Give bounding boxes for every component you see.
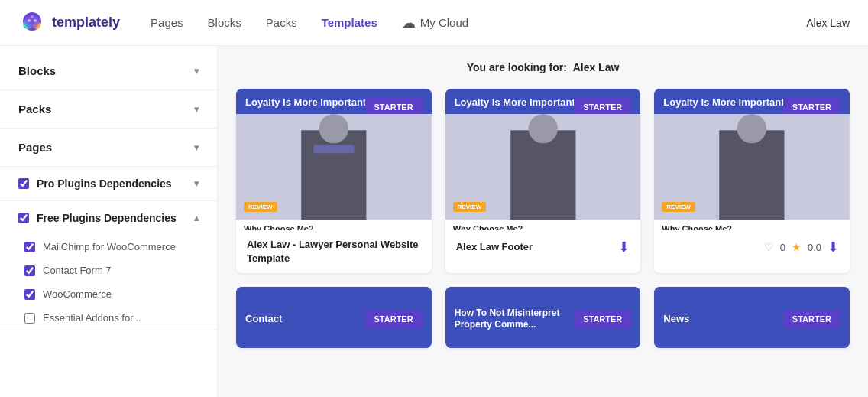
bottom-starter-badge-1: STARTER [365,310,423,328]
sidebar-section-packs: Packs ▾ [0,90,217,129]
woocommerce-checkbox[interactable] [24,289,35,300]
card-preview-3[interactable]: Loyalty Is More Important To Client STAR… [654,89,850,230]
preview-image-1: REVIEW [236,114,432,220]
card-preview-4[interactable]: Contact STARTER [236,287,432,348]
orange-badge-2: REVIEW [453,202,487,212]
sidebar-section-blocks: Blocks ▾ [0,52,217,90]
pro-deps-label: Pro Plugins Dependencies [37,177,172,190]
cf7-label: Contact Form 7 [43,265,112,276]
nav-mycloud-label[interactable]: My Cloud [420,16,468,29]
card-preview-1[interactable]: Loyalty Is More Important To Client STAR… [236,89,432,230]
download-button-2[interactable]: ⬇ [618,239,630,255]
card-preview-2[interactable]: Loyalty Is More Important To Client STAR… [445,89,641,230]
nav-my-cloud[interactable]: ☁ My Cloud [402,15,468,31]
rating-count-3: 0 [780,242,785,253]
svg-rect-16 [510,130,575,220]
nav-links: Pages Blocks Packs Templates ☁ My Cloud … [151,15,850,31]
nav-user: Alex Law [806,17,850,29]
logo-text: templately [52,15,120,31]
bottom-card-label-2: How To Not Misinterpret Property Comme..… [455,308,575,331]
essential-label: Essential Addons for... [43,312,141,324]
card-actions-2: ⬇ [618,239,630,255]
orange-badge-1: REVIEW [244,202,277,212]
nav-packs[interactable]: Packs [266,16,297,29]
sidebar-blocks-label: Blocks [18,64,56,77]
svg-point-10 [319,114,348,143]
card-footer-2: Alex Law Footer ⬇ [445,230,641,264]
pages-chevron-icon: ▾ [194,142,199,153]
plugin-item-cf7: Contact Form 7 [0,259,217,282]
search-info: You are looking for: Alex Law [236,61,850,73]
template-card-2: Loyalty Is More Important To Client STAR… [445,89,641,273]
card-preview-6[interactable]: News STARTER [654,287,850,348]
svg-point-24 [737,114,766,143]
template-card-4: Contact STARTER [236,287,432,348]
free-deps-label: Free Plugins Dependencies [37,212,177,224]
bottom-starter-badge-2: STARTER [574,310,631,328]
pro-deps-header[interactable]: Pro Plugins Dependencies ▾ [0,167,217,200]
download-button-3[interactable]: ⬇ [828,239,839,255]
nav-templates[interactable]: Templates [322,16,377,29]
template-card-5: How To Not Misinterpret Property Comme..… [445,287,641,348]
blocks-chevron-icon: ▾ [194,66,199,76]
svg-point-17 [528,114,557,143]
preview-image-3: REVIEW [654,114,850,220]
main-layout: Blocks ▾ Packs ▾ Pages ▾ Pro Plugins Dep… [0,46,868,397]
sidebar: Blocks ▾ Packs ▾ Pages ▾ Pro Plugins Dep… [0,46,218,397]
preview-top-bar-3: Loyalty Is More Important To Client STAR… [654,89,850,114]
card-footer-1: Alex Law - Lawyer Personal Website Templ… [236,230,432,273]
card-actions-3: ♡ 0 ★ 0.0 ⬇ [764,239,839,255]
why-choose-title-2: Why Choose Me? [453,224,633,230]
svg-point-7 [31,15,34,18]
pro-deps-checkbox[interactable] [18,178,29,189]
nav-blocks[interactable]: Blocks [208,16,241,29]
preview-top-bar-5: How To Not Misinterpret Property Comme..… [445,287,641,348]
svg-rect-11 [313,145,354,153]
bottom-card-label-1: Contact [245,313,282,326]
search-term: Alex Law [573,61,620,73]
nav-pages[interactable]: Pages [151,16,183,29]
sidebar-pages-header[interactable]: Pages ▾ [0,129,217,166]
mailchimp-label: MailChimp for WooCommerce [43,241,176,252]
templates-grid: Loyalty Is More Important To Client STAR… [236,89,850,348]
mailchimp-checkbox[interactable] [24,242,35,252]
bottom-starter-badge-3: STARTER [783,310,840,328]
svg-rect-23 [720,130,785,220]
template-card-6: News STARTER [654,287,850,348]
plugin-item-mailchimp: MailChimp for WooCommerce [0,235,217,259]
plugin-item-essential: Essential Addons for... [0,306,217,330]
logo[interactable]: templately [18,9,120,37]
card-preview-5[interactable]: How To Not Misinterpret Property Comme..… [445,287,641,348]
heart-button-3[interactable]: ♡ [764,241,774,253]
woocommerce-label: WooCommerce [43,288,112,300]
card-footer-3: ♡ 0 ★ 0.0 ⬇ [654,230,850,264]
star-icon-3: ★ [792,241,802,253]
free-deps-header[interactable]: Free Plugins Dependencies ▴ [0,201,217,235]
svg-point-5 [28,19,31,22]
preview-top-bar-1: Loyalty Is More Important To Client STAR… [236,89,432,114]
svg-rect-9 [301,130,366,220]
preview-top-bar-4: Contact STARTER [236,287,432,348]
svg-point-6 [34,19,37,22]
preview-top-bar-2: Loyalty Is More Important To Client STAR… [445,89,641,114]
bottom-card-label-3: News [663,313,689,326]
logo-icon [18,9,46,37]
sidebar-blocks-header[interactable]: Blocks ▾ [0,52,217,89]
preview-top-bar-6: News STARTER [654,287,850,348]
sidebar-packs-label: Packs [18,103,51,116]
sidebar-pages-label: Pages [18,141,52,154]
why-choose-1: Why Choose Me? Lorem ipsum dolor sit ame… [236,220,432,230]
template-card-1: Loyalty Is More Important To Client STAR… [236,89,432,273]
why-choose-2: Why Choose Me? Lorem ipsum dolor sit ame… [445,220,641,230]
sidebar-free-deps: Free Plugins Dependencies ▴ MailChimp fo… [0,201,217,330]
card-title-2: Alex Law Footer [456,240,613,254]
sidebar-packs-header[interactable]: Packs ▾ [0,90,217,128]
why-choose-title-3: Why Choose Me? [662,224,842,230]
why-choose-3: Why Choose Me? Lorem ipsum dolor sit ame… [654,220,850,230]
cf7-checkbox[interactable] [24,265,35,276]
orange-badge-3: REVIEW [662,202,695,212]
plugin-item-woocommerce: WooCommerce [0,282,217,306]
free-deps-checkbox[interactable] [18,213,29,223]
search-label: You are looking for: [467,61,567,73]
essential-checkbox[interactable] [24,313,35,324]
